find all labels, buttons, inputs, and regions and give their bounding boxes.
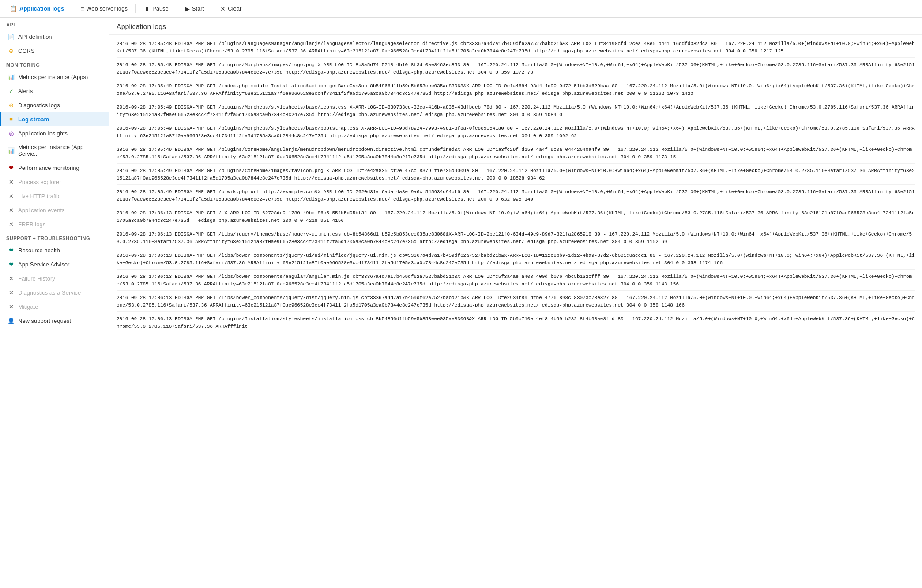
clear-label: Clear bbox=[228, 5, 241, 12]
cors-label: CORS bbox=[18, 48, 35, 54]
sidebar: API📄API definition⊕CORSMONITORING📊Metric… bbox=[0, 18, 109, 588]
resource-health-label: Resource health bbox=[18, 247, 60, 254]
performance-monitoring-label: Performance monitoring bbox=[18, 165, 79, 171]
live-http-traffic-icon: ✕ bbox=[8, 192, 15, 199]
failure-history-icon: ✕ bbox=[8, 275, 15, 282]
freb-logs-label: FREB logs bbox=[18, 221, 45, 228]
log-stream-icon: ≡ bbox=[8, 116, 15, 123]
sidebar-item-new-support-request[interactable]: 👤New support request bbox=[0, 314, 109, 328]
log-entry: 2016-09-28 17:05:49 EDISGA-PHP GET /plug… bbox=[117, 167, 915, 185]
log-entry: 2016-09-28 17:05:49 EDISGA-PHP GET /inde… bbox=[117, 82, 915, 100]
log-entry: 2016-09-28 17:05:49 EDISGA-PHP GET /plug… bbox=[117, 146, 915, 164]
app-service-advisor-label: App Service Advisor bbox=[18, 261, 69, 268]
log-entry: 2016-09-28 17:06:13 EDISGA-PHP GET / X-A… bbox=[117, 210, 915, 227]
toolbar-separator bbox=[135, 4, 136, 13]
log-entry: 2016-09-28 17:06:13 EDISGA-PHP GET /libs… bbox=[117, 273, 915, 291]
mitigate-icon: ✕ bbox=[8, 303, 15, 310]
application-events-label: Application events bbox=[18, 207, 65, 213]
diagnostics-as-service-label: Diagnostics as a Service bbox=[18, 289, 81, 296]
toolbar-separator bbox=[177, 4, 177, 13]
log-entry: 2016-09-28 17:05:49 EDISGA-PHP GET /piwi… bbox=[117, 188, 915, 206]
process-explorer-icon: ✕ bbox=[8, 178, 15, 185]
log-entry: 2016-09-28 17:05:49 EDISGA-PHP GET /plug… bbox=[117, 104, 915, 121]
content-header: Application logs bbox=[109, 18, 922, 35]
sidebar-item-metrics-per-instance-app-service[interactable]: 📊Metrics per Instance (App Servic... bbox=[0, 140, 109, 161]
diagnostics-logs-label: Diagnostics logs bbox=[18, 102, 60, 109]
sidebar-item-application-insights[interactable]: ◎Application Insights bbox=[0, 126, 109, 140]
metrics-per-instance-apps-label: Metrics per instance (Apps) bbox=[18, 74, 88, 80]
diagnostics-logs-icon: ⊕ bbox=[8, 101, 15, 109]
sidebar-section-api: API bbox=[0, 18, 109, 30]
diagnostics-as-service-icon: ✕ bbox=[8, 289, 15, 296]
cors-icon: ⊕ bbox=[8, 47, 15, 54]
sidebar-item-alerts[interactable]: ✓Alerts bbox=[0, 84, 109, 98]
sidebar-item-log-stream[interactable]: ≡Log stream bbox=[0, 112, 109, 126]
application-insights-label: Application Insights bbox=[18, 130, 68, 137]
start-icon: ▶ bbox=[185, 5, 190, 12]
log-entry: 2016-09-28 17:05:48 EDISGA-PHP GET /plug… bbox=[117, 61, 915, 79]
sidebar-item-resource-health[interactable]: ❤Resource health bbox=[0, 243, 109, 257]
alerts-icon: ✓ bbox=[8, 87, 15, 94]
start-label: Start bbox=[192, 5, 204, 12]
sidebar-item-live-http-traffic[interactable]: ✕Live HTTP traffic bbox=[0, 189, 109, 203]
log-content[interactable]: 2016-09-28 17:05:48 EDISGA-PHP GET /plug… bbox=[109, 35, 922, 588]
sidebar-item-cors[interactable]: ⊕CORS bbox=[0, 44, 109, 58]
alerts-label: Alerts bbox=[18, 88, 33, 94]
sidebar-item-api-definition[interactable]: 📄API definition bbox=[0, 30, 109, 44]
sidebar-item-diagnostics-logs[interactable]: ⊕Diagnostics logs bbox=[0, 98, 109, 112]
new-support-request-label: New support request bbox=[18, 318, 71, 324]
metrics-per-instance-app-service-icon: 📊 bbox=[8, 147, 15, 154]
log-stream-label: Log stream bbox=[18, 116, 49, 123]
main-layout: API📄API definition⊕CORSMONITORING📊Metric… bbox=[0, 18, 922, 588]
sidebar-item-metrics-per-instance-apps[interactable]: 📊Metrics per instance (Apps) bbox=[0, 70, 109, 84]
mitigate-label: Mitigate bbox=[18, 303, 38, 310]
metrics-per-instance-app-service-label: Metrics per Instance (App Servic... bbox=[18, 144, 103, 157]
pause-button[interactable]: ⏸Pause bbox=[139, 3, 173, 15]
resource-health-icon: ❤ bbox=[8, 247, 15, 254]
toolbar-separator bbox=[212, 4, 212, 13]
sidebar-item-failure-history[interactable]: ✕Failure History bbox=[0, 271, 109, 285]
application-insights-icon: ◎ bbox=[8, 130, 15, 137]
log-entry: 2016-09-28 17:06:13 EDISGA-PHP GET /libs… bbox=[117, 294, 915, 312]
sidebar-item-mitigate[interactable]: ✕Mitigate bbox=[0, 300, 109, 314]
log-entry: 2016-09-28 17:06:13 EDISGA-PHP GET /libs… bbox=[117, 252, 915, 270]
app-logs-button[interactable]: 📋Application logs bbox=[5, 3, 68, 15]
failure-history-label: Failure History bbox=[18, 275, 55, 282]
application-events-icon: ✕ bbox=[8, 206, 15, 213]
performance-monitoring-icon: ❤ bbox=[8, 164, 15, 171]
sidebar-item-freb-logs[interactable]: ✕FREB logs bbox=[0, 217, 109, 231]
sidebar-section-support-troubleshooting: SUPPORT + TROUBLESHOOTING bbox=[0, 231, 109, 243]
process-explorer-label: Process explorer bbox=[18, 179, 61, 185]
sidebar-section-monitoring: MONITORING bbox=[0, 58, 109, 70]
new-support-request-icon: 👤 bbox=[8, 317, 15, 324]
sidebar-item-diagnostics-as-service[interactable]: ✕Diagnostics as a Service bbox=[0, 285, 109, 300]
api-definition-icon: 📄 bbox=[8, 33, 15, 40]
pause-label: Pause bbox=[152, 5, 169, 12]
toolbar: 📋Application logs≡Web server logs⏸Pause▶… bbox=[0, 0, 922, 18]
log-entry: 2016-09-28 17:05:48 EDISGA-PHP GET /plug… bbox=[117, 40, 915, 58]
app-logs-label: Application logs bbox=[19, 5, 64, 12]
app-logs-icon: 📋 bbox=[10, 5, 17, 12]
freb-logs-icon: ✕ bbox=[8, 221, 15, 228]
clear-button[interactable]: ✕Clear bbox=[216, 3, 246, 15]
start-button[interactable]: ▶Start bbox=[181, 3, 208, 15]
sidebar-item-app-service-advisor[interactable]: ❤App Service Advisor bbox=[0, 257, 109, 271]
content-area: Application logs 2016-09-28 17:05:48 EDI… bbox=[109, 18, 922, 588]
sidebar-item-application-events[interactable]: ✕Application events bbox=[0, 203, 109, 217]
web-server-logs-icon: ≡ bbox=[80, 5, 84, 12]
web-server-logs-label: Web server logs bbox=[86, 5, 128, 12]
log-entry: 2016-09-28 17:05:49 EDISGA-PHP GET /plug… bbox=[117, 125, 915, 142]
log-entry: 2016-09-28 17:06:13 EDISGA-PHP GET /plug… bbox=[117, 315, 915, 333]
metrics-per-instance-apps-icon: 📊 bbox=[8, 73, 15, 80]
pause-icon: ⏸ bbox=[144, 5, 150, 12]
live-http-traffic-label: Live HTTP traffic bbox=[18, 193, 60, 199]
clear-icon: ✕ bbox=[220, 5, 226, 12]
sidebar-item-performance-monitoring[interactable]: ❤Performance monitoring bbox=[0, 161, 109, 175]
app-service-advisor-icon: ❤ bbox=[8, 261, 15, 268]
sidebar-item-process-explorer[interactable]: ✕Process explorer bbox=[0, 175, 109, 189]
log-entry: 2016-09-28 17:06:13 EDISGA-PHP GET /libs… bbox=[117, 231, 915, 248]
toolbar-separator bbox=[72, 4, 72, 13]
web-server-logs-button[interactable]: ≡Web server logs bbox=[76, 3, 132, 15]
api-definition-label: API definition bbox=[18, 34, 52, 40]
